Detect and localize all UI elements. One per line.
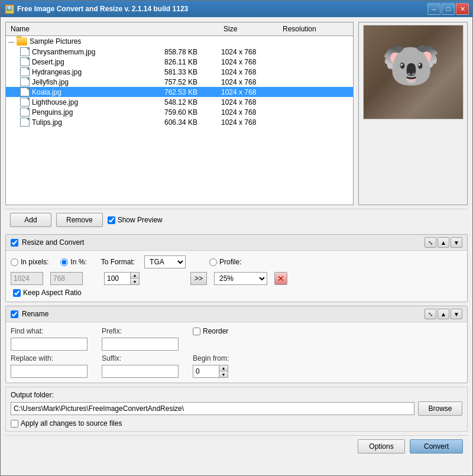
- file-resolution: 1024 x 768: [221, 78, 292, 86]
- replace-with-input[interactable]: [11, 365, 88, 378]
- in-percent-radio-label[interactable]: In %:: [60, 258, 86, 266]
- format-select[interactable]: TGA BMP JPEG PNG GIF TIFF: [144, 255, 186, 268]
- in-pixels-radio[interactable]: [11, 258, 18, 266]
- show-preview-label[interactable]: Show Preview: [108, 216, 163, 224]
- resize-enabled-checkbox[interactable]: [11, 239, 18, 247]
- folder-icon: [17, 37, 27, 46]
- begin-from-up-btn[interactable]: ▲: [219, 365, 228, 371]
- profile-radio-label[interactable]: Profile:: [209, 258, 241, 266]
- file-size: 762.53 KB: [162, 88, 221, 96]
- in-percent-radio[interactable]: [60, 258, 68, 266]
- output-folder-label: Output folder:: [11, 391, 462, 399]
- in-pixels-radio-label[interactable]: In pixels:: [11, 258, 48, 266]
- file-row[interactable]: Chrysanthemum.jpg858.78 KB1024 x 768: [6, 47, 353, 57]
- preview-panel: [358, 22, 468, 205]
- file-row[interactable]: Koala.jpg762.53 KB1024 x 768: [6, 87, 353, 97]
- rename-down-btn[interactable]: ▼: [451, 309, 462, 319]
- profile-select[interactable]: 25% 50% 75% 100%: [214, 272, 267, 285]
- window-title: Free Image Convert and Resize v. 2.1.14 …: [17, 5, 427, 13]
- percent-down-btn[interactable]: ▼: [131, 279, 139, 284]
- convert-button[interactable]: Convert: [410, 439, 463, 454]
- rename-enabled-checkbox[interactable]: [11, 310, 18, 318]
- file-resolution: 1024 x 768: [221, 48, 292, 56]
- bottom-bar: Options Convert: [5, 435, 468, 457]
- file-row[interactable]: Lighthouse.jpg548.12 KB1024 x 768: [6, 97, 353, 107]
- options-button[interactable]: Options: [358, 439, 405, 454]
- file-icon: [20, 118, 30, 127]
- file-size: 581.33 KB: [162, 68, 221, 76]
- reorder-checkbox[interactable]: [193, 328, 200, 335]
- rename-expand-btn[interactable]: ⤡: [425, 309, 436, 319]
- pixel-width-input[interactable]: [11, 272, 43, 285]
- file-size: 826.11 KB: [162, 58, 221, 66]
- rename-section-header: Rename ⤡ ▲ ▼: [6, 306, 467, 322]
- rename-section-controls: ⤡ ▲ ▼: [425, 309, 462, 319]
- column-size: Size: [219, 24, 278, 34]
- maximize-button[interactable]: □: [442, 3, 455, 15]
- file-row[interactable]: Tulips.jpg606.34 KB1024 x 768: [6, 117, 353, 127]
- file-row[interactable]: Desert.jpg826.11 KB1024 x 768: [6, 57, 353, 67]
- file-row[interactable]: Hydrangeas.jpg581.33 KB1024 x 768: [6, 67, 353, 77]
- file-list-header: Name Size Resolution: [6, 22, 353, 36]
- expand-icon: —: [8, 38, 15, 45]
- resize-expand-btn[interactable]: ⤡: [425, 237, 436, 248]
- file-resolution: 1024 x 768: [221, 68, 292, 76]
- find-what-input[interactable]: [11, 338, 88, 351]
- file-row[interactable]: Jellyfish.jpg757.52 KB1024 x 768: [6, 77, 353, 87]
- file-rows-container: Chrysanthemum.jpg858.78 KB1024 x 768Dese…: [6, 47, 353, 127]
- resize-section-controls: ⤡ ▲ ▼: [425, 237, 462, 248]
- show-preview-checkbox[interactable]: [108, 216, 115, 224]
- file-list-body[interactable]: — Sample Pictures Chrysanthemum.jpg858.7…: [6, 36, 353, 205]
- rename-section: Rename ⤡ ▲ ▼ Find what: Pr: [5, 306, 468, 383]
- window-controls: – □ ✕: [427, 3, 469, 15]
- file-resolution: 1024 x 768: [221, 88, 292, 96]
- resize-section-header: Resize and Convert ⤡ ▲ ▼: [6, 235, 467, 251]
- begin-from-spin: ▲ ▼: [193, 365, 229, 378]
- file-name: Penguins.jpg: [32, 108, 162, 116]
- pixel-height-input[interactable]: [50, 272, 83, 285]
- top-section: Name Size Resolution — Sample Pictures C…: [5, 22, 468, 205]
- percent-up-btn[interactable]: ▲: [131, 273, 139, 279]
- column-name: Name: [6, 24, 219, 34]
- close-button[interactable]: ✕: [456, 3, 469, 15]
- resize-down-btn[interactable]: ▼: [451, 237, 462, 248]
- output-path-input[interactable]: [11, 402, 414, 415]
- add-button[interactable]: Add: [10, 213, 51, 227]
- minimize-button[interactable]: –: [427, 3, 440, 15]
- rename-body: Find what: Prefix: Reorder: [6, 322, 467, 383]
- apply-changes-checkbox[interactable]: [11, 420, 18, 428]
- rename-up-btn[interactable]: ▲: [438, 309, 449, 319]
- percent-input[interactable]: [104, 272, 131, 285]
- begin-from-group: Begin from: ▲ ▼: [193, 354, 229, 378]
- clear-button[interactable]: ✕: [274, 272, 287, 285]
- folder-row[interactable]: — Sample Pictures: [6, 36, 353, 47]
- suffix-input[interactable]: [102, 365, 179, 378]
- file-size: 548.12 KB: [162, 98, 221, 106]
- profile-radio[interactable]: [209, 258, 217, 266]
- prefix-label: Prefix:: [102, 327, 179, 335]
- resize-body: In pixels: In %: To Format: TGA BMP JPEG…: [6, 251, 467, 302]
- begin-from-down-btn[interactable]: ▼: [219, 371, 228, 377]
- file-size: 606.34 KB: [162, 118, 221, 127]
- replace-with-group: Replace with:: [11, 354, 88, 378]
- arrow-button[interactable]: >>: [190, 272, 207, 285]
- browse-button[interactable]: Browse: [418, 401, 462, 416]
- percent-spin: ▲ ▼: [104, 272, 140, 285]
- keep-aspect-checkbox[interactable]: [13, 289, 21, 297]
- file-resolution: 1024 x 768: [221, 108, 292, 116]
- rename-title: Rename: [11, 310, 48, 318]
- keep-aspect-label[interactable]: Keep Aspect Ratio: [13, 289, 82, 297]
- file-row[interactable]: Penguins.jpg759.60 KB1024 x 768: [6, 107, 353, 117]
- folder-name: Sample Pictures: [30, 37, 81, 46]
- prefix-input[interactable]: [102, 338, 179, 351]
- reorder-label[interactable]: Reorder: [193, 327, 228, 335]
- begin-from-input[interactable]: [193, 365, 219, 378]
- apply-changes-label[interactable]: Apply all changes to source files: [11, 419, 462, 428]
- column-resolution: Resolution: [278, 24, 349, 34]
- remove-button[interactable]: Remove: [56, 213, 103, 227]
- resize-title-label: Resize and Convert: [22, 238, 84, 247]
- resize-up-btn[interactable]: ▲: [438, 237, 449, 248]
- file-resolution: 1024 x 768: [221, 58, 292, 66]
- file-icon: [20, 47, 30, 56]
- rename-title-label: Rename: [22, 310, 48, 318]
